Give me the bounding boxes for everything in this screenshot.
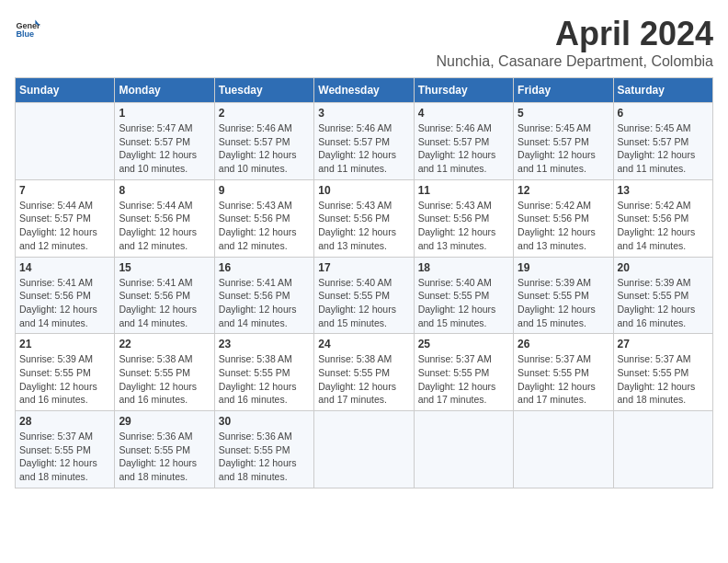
day-number: 26 [518,338,609,350]
day-number: 2 [219,107,310,120]
calendar-cell: 24Sunrise: 5:38 AM Sunset: 5:55 PM Dayli… [314,334,414,411]
calendar-cell: 4Sunrise: 5:46 AM Sunset: 5:57 PM Daylig… [414,103,513,180]
calendar-cell: 11Sunrise: 5:43 AM Sunset: 5:56 PM Dayli… [414,179,513,257]
calendar-cell: 30Sunrise: 5:36 AM Sunset: 5:55 PM Dayli… [214,411,313,488]
day-info: Sunrise: 5:46 AM Sunset: 5:57 PM Dayligh… [219,121,310,176]
week-row-2: 14Sunrise: 5:41 AM Sunset: 5:56 PM Dayli… [16,257,713,334]
day-info: Sunrise: 5:42 AM Sunset: 5:56 PM Dayligh… [618,199,709,253]
calendar-cell: 18Sunrise: 5:40 AM Sunset: 5:55 PM Dayli… [414,257,513,334]
day-info: Sunrise: 5:45 AM Sunset: 5:57 PM Dayligh… [518,121,609,176]
week-row-4: 28Sunrise: 5:37 AM Sunset: 5:55 PM Dayli… [16,411,713,488]
day-info: Sunrise: 5:42 AM Sunset: 5:56 PM Dayligh… [518,199,609,253]
calendar-cell: 2Sunrise: 5:46 AM Sunset: 5:57 PM Daylig… [214,103,313,180]
calendar-cell: 26Sunrise: 5:37 AM Sunset: 5:55 PM Dayli… [514,334,613,411]
day-info: Sunrise: 5:37 AM Sunset: 5:55 PM Dayligh… [518,352,609,407]
day-info: Sunrise: 5:39 AM Sunset: 5:55 PM Dayligh… [19,352,110,407]
day-number: 5 [518,107,609,120]
day-info: Sunrise: 5:41 AM Sunset: 5:56 PM Dayligh… [219,276,310,330]
day-number: 30 [219,415,310,428]
logo: General Blue [15,15,40,40]
calendar-cell: 14Sunrise: 5:41 AM Sunset: 5:56 PM Dayli… [16,257,115,334]
calendar-cell: 27Sunrise: 5:37 AM Sunset: 5:55 PM Dayli… [613,334,712,411]
calendar-cell: 25Sunrise: 5:37 AM Sunset: 5:55 PM Dayli… [414,334,513,411]
day-info: Sunrise: 5:38 AM Sunset: 5:55 PM Dayligh… [219,352,310,407]
day-info: Sunrise: 5:43 AM Sunset: 5:56 PM Dayligh… [318,199,409,253]
day-info: Sunrise: 5:41 AM Sunset: 5:56 PM Dayligh… [119,276,210,330]
day-info: Sunrise: 5:37 AM Sunset: 5:55 PM Dayligh… [618,352,709,407]
day-header-wednesday: Wednesday [314,78,414,103]
day-info: Sunrise: 5:41 AM Sunset: 5:56 PM Dayligh… [19,276,110,330]
day-number: 14 [19,261,110,274]
day-number: 17 [318,261,409,274]
calendar-cell: 3Sunrise: 5:46 AM Sunset: 5:57 PM Daylig… [314,103,414,180]
day-number: 28 [19,415,110,428]
day-number: 27 [618,338,709,350]
day-number: 13 [618,184,709,197]
calendar-cell: 7Sunrise: 5:44 AM Sunset: 5:57 PM Daylig… [16,179,115,257]
day-info: Sunrise: 5:37 AM Sunset: 5:55 PM Dayligh… [19,430,110,484]
calendar-table: SundayMondayTuesdayWednesdayThursdayFrid… [15,77,713,488]
calendar-cell: 12Sunrise: 5:42 AM Sunset: 5:56 PM Dayli… [514,179,613,257]
subtitle: Nunchia, Casanare Department, Colombia [437,53,713,70]
day-number: 24 [318,338,409,350]
calendar-cell: 23Sunrise: 5:38 AM Sunset: 5:55 PM Dayli… [214,334,313,411]
day-number: 22 [119,338,210,350]
day-info: Sunrise: 5:40 AM Sunset: 5:55 PM Dayligh… [318,276,409,330]
day-info: Sunrise: 5:43 AM Sunset: 5:56 PM Dayligh… [219,199,310,253]
calendar-cell: 8Sunrise: 5:44 AM Sunset: 5:56 PM Daylig… [115,179,214,257]
calendar-cell [16,103,115,180]
main-title: April 2024 [437,15,713,53]
day-number: 18 [418,261,509,274]
day-number: 12 [518,184,609,197]
day-info: Sunrise: 5:39 AM Sunset: 5:55 PM Dayligh… [618,276,709,330]
day-number: 15 [119,261,210,274]
svg-text:Blue: Blue [16,29,34,39]
day-info: Sunrise: 5:43 AM Sunset: 5:56 PM Dayligh… [418,199,509,253]
day-number: 7 [19,184,110,197]
calendar-cell: 19Sunrise: 5:39 AM Sunset: 5:55 PM Dayli… [514,257,613,334]
calendar-cell [613,411,712,488]
calendar-cell: 28Sunrise: 5:37 AM Sunset: 5:55 PM Dayli… [16,411,115,488]
day-number: 3 [318,107,409,120]
day-header-sunday: Sunday [16,78,115,103]
title-area: April 2024 Nunchia, Casanare Department,… [437,15,713,70]
day-number: 1 [119,107,210,120]
day-number: 25 [418,338,509,350]
day-info: Sunrise: 5:38 AM Sunset: 5:55 PM Dayligh… [318,352,409,407]
calendar-cell: 13Sunrise: 5:42 AM Sunset: 5:56 PM Dayli… [613,179,712,257]
calendar-cell [514,411,613,488]
day-info: Sunrise: 5:46 AM Sunset: 5:57 PM Dayligh… [418,121,509,176]
logo-icon: General Blue [15,15,40,40]
calendar-cell [414,411,513,488]
day-number: 19 [518,261,609,274]
day-header-friday: Friday [514,78,613,103]
day-number: 29 [119,415,210,428]
day-header-monday: Monday [115,78,214,103]
day-number: 9 [219,184,310,197]
day-info: Sunrise: 5:38 AM Sunset: 5:55 PM Dayligh… [119,352,210,407]
day-info: Sunrise: 5:44 AM Sunset: 5:57 PM Dayligh… [19,199,110,253]
day-info: Sunrise: 5:36 AM Sunset: 5:55 PM Dayligh… [119,430,210,484]
week-row-0: 1Sunrise: 5:47 AM Sunset: 5:57 PM Daylig… [16,103,713,180]
day-info: Sunrise: 5:46 AM Sunset: 5:57 PM Dayligh… [318,121,409,176]
day-number: 20 [618,261,709,274]
calendar-cell: 29Sunrise: 5:36 AM Sunset: 5:55 PM Dayli… [115,411,214,488]
day-info: Sunrise: 5:37 AM Sunset: 5:55 PM Dayligh… [418,352,509,407]
day-number: 16 [219,261,310,274]
day-header-saturday: Saturday [613,78,712,103]
calendar-cell: 10Sunrise: 5:43 AM Sunset: 5:56 PM Dayli… [314,179,414,257]
calendar-cell: 15Sunrise: 5:41 AM Sunset: 5:56 PM Dayli… [115,257,214,334]
day-info: Sunrise: 5:45 AM Sunset: 5:57 PM Dayligh… [618,121,709,176]
day-number: 10 [318,184,409,197]
calendar-cell: 17Sunrise: 5:40 AM Sunset: 5:55 PM Dayli… [314,257,414,334]
day-info: Sunrise: 5:44 AM Sunset: 5:56 PM Dayligh… [119,199,210,253]
calendar-cell: 1Sunrise: 5:47 AM Sunset: 5:57 PM Daylig… [115,103,214,180]
day-number: 23 [219,338,310,350]
day-number: 4 [418,107,509,120]
day-number: 21 [19,338,110,350]
calendar-cell: 16Sunrise: 5:41 AM Sunset: 5:56 PM Dayli… [214,257,313,334]
calendar-cell: 6Sunrise: 5:45 AM Sunset: 5:57 PM Daylig… [613,103,712,180]
day-header-tuesday: Tuesday [214,78,313,103]
page-header: General Blue April 2024 Nunchia, Casanar… [15,15,713,70]
calendar-cell: 5Sunrise: 5:45 AM Sunset: 5:57 PM Daylig… [514,103,613,180]
